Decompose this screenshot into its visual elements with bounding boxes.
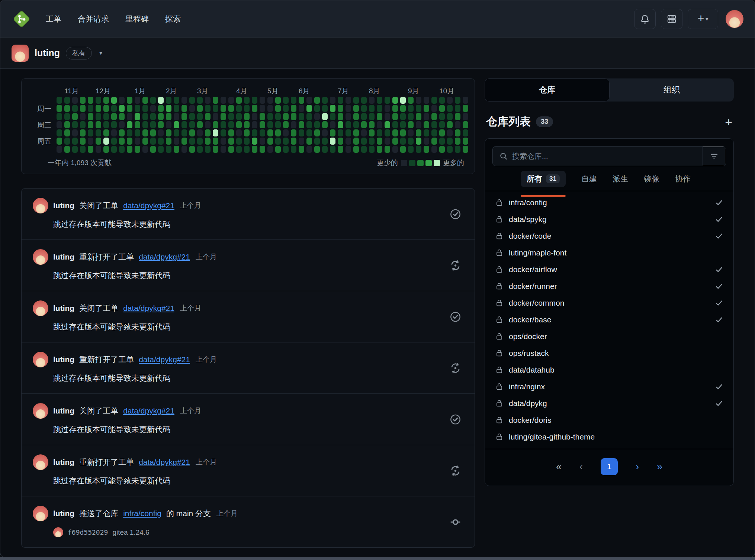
feed-avatar[interactable]	[33, 506, 48, 521]
feed-actor[interactable]: luting	[53, 458, 74, 467]
user-avatar[interactable]	[726, 10, 743, 28]
feed-target-link[interactable]: data/dpykg#21	[139, 355, 190, 364]
feed-avatar[interactable]	[33, 454, 48, 470]
feed-action-text: 推送了仓库	[79, 508, 118, 519]
repo-name: docker/common	[509, 299, 564, 308]
contribution-cell	[228, 146, 234, 153]
feed-avatar[interactable]	[33, 249, 48, 265]
sidebar-tab-0[interactable]: 仓库	[485, 78, 610, 102]
feed-item-body: 跳过存在版本可能导致未更新代码	[53, 322, 463, 332]
contribution-cell	[338, 97, 343, 104]
main-content: 11月12月1月2月3月4月5月6月7月8月9月10月 周一周三周五 一年内 1…	[0, 69, 755, 548]
nav-item-2[interactable]: 里程碑	[125, 14, 149, 24]
feed-actor[interactable]: luting	[53, 201, 74, 210]
feed-target-link[interactable]: infra/config	[123, 509, 161, 518]
contribution-cell	[103, 138, 109, 145]
repo-name: docker/doris	[509, 416, 551, 425]
repo-row-10[interactable]: data/datahub	[485, 361, 733, 378]
feed-target-link[interactable]: data/dpykg#21	[123, 406, 174, 415]
feed-target-link[interactable]: data/dpykg#21	[139, 252, 190, 261]
pagination-next-button[interactable]: ›	[636, 461, 639, 473]
repo-row-4[interactable]: docker/airflow	[485, 261, 733, 278]
repo-row-12[interactable]: data/dpykg	[485, 395, 733, 412]
pagination-prev-button[interactable]: ‹	[579, 461, 583, 473]
pagination-last-button[interactable]: »	[657, 461, 662, 473]
top-navbar: 工单合并请求里程碑探索	[0, 0, 755, 38]
contribution-cell	[400, 138, 406, 145]
contribution-cell	[291, 113, 296, 120]
contribution-cell	[57, 129, 62, 136]
contribution-cell	[283, 146, 289, 153]
commit-sha-link[interactable]: f69d552029	[68, 528, 108, 536]
repo-filter-tab-4[interactable]: 协作	[675, 174, 691, 184]
feed-avatar[interactable]	[33, 352, 48, 367]
sidebar-tab-1[interactable]: 组织	[610, 78, 734, 102]
nav-item-1[interactable]: 合并请求	[78, 14, 109, 24]
contribution-cell	[96, 113, 101, 120]
app-window: 工单合并请求里程碑探索	[0, 0, 755, 557]
feed-target-link[interactable]: data/dpykg#21	[123, 304, 174, 313]
contribution-cell	[111, 138, 117, 145]
contribution-cell	[135, 105, 140, 112]
repo-row-6[interactable]: docker/common	[485, 295, 733, 311]
repo-filter-button[interactable]	[703, 147, 726, 166]
contribution-cell	[267, 138, 273, 145]
feed-actor[interactable]: luting	[53, 406, 74, 415]
repo-filter-tab-3[interactable]: 镜像	[644, 174, 659, 184]
contribution-cell	[338, 113, 343, 120]
nav-item-0[interactable]: 工单	[46, 14, 61, 24]
feed-avatar[interactable]	[33, 403, 48, 419]
contribution-cell	[236, 97, 242, 104]
feed-avatar[interactable]	[33, 300, 48, 316]
feed-actor[interactable]: luting	[53, 304, 74, 313]
add-repo-button[interactable]: +	[725, 116, 732, 128]
repo-row-7[interactable]: docker/base	[485, 311, 733, 328]
contribution-cell	[119, 105, 125, 112]
repo-row-1[interactable]: data/spykg	[485, 211, 733, 228]
contribution-cell	[314, 113, 320, 120]
contribution-cell	[197, 97, 203, 104]
lock-icon	[495, 433, 503, 441]
repo-row-11[interactable]: infra/nginx	[485, 378, 733, 395]
repo-filter-tab-1[interactable]: 自建	[581, 174, 597, 184]
repo-filter-tab-0[interactable]: 所有31	[521, 171, 566, 187]
contribution-cell	[174, 138, 179, 145]
feed-target-link[interactable]: data/dpykg#21	[123, 201, 174, 210]
contribution-cell	[244, 121, 250, 128]
repo-filter-tab-2[interactable]: 派生	[613, 174, 628, 184]
nav-item-3[interactable]: 探索	[165, 14, 181, 24]
feed-target-link[interactable]: data/dpykg#21	[139, 458, 190, 467]
contribution-cell	[267, 121, 273, 128]
contribution-cell	[96, 129, 101, 136]
feed-avatar[interactable]	[33, 198, 48, 213]
heatmap-weekday-label: 周三	[37, 122, 51, 129]
contribution-cell	[330, 105, 335, 112]
repo-row-3[interactable]: luting/maple-font	[485, 244, 733, 261]
check-icon	[715, 215, 723, 223]
contribution-cell	[119, 113, 125, 120]
pagination-current-page[interactable]: 1	[601, 458, 618, 475]
feed-actor[interactable]: luting	[53, 355, 74, 364]
create-new-button[interactable]: + ▾	[688, 9, 718, 29]
lock-icon	[495, 366, 503, 374]
repo-name: ops/docker	[509, 332, 547, 341]
repo-row-13[interactable]: docker/doris	[485, 412, 733, 428]
repo-row-5[interactable]: docker/runner	[485, 278, 733, 295]
feed-actor[interactable]: luting	[53, 509, 74, 518]
feed-actor[interactable]: luting	[53, 252, 74, 261]
contribution-cell	[463, 97, 468, 104]
contribution-cell	[221, 138, 226, 145]
contribution-cell	[447, 97, 453, 104]
admin-panel-button[interactable]	[661, 9, 682, 29]
repo-row-14[interactable]: luting/gitea-github-theme	[485, 428, 733, 445]
contribution-cell	[213, 129, 218, 136]
notifications-button[interactable]	[634, 9, 656, 29]
profile-dropdown-caret[interactable]: ▾	[99, 49, 102, 57]
repo-row-9[interactable]: ops/rustack	[485, 345, 733, 361]
repo-row-8[interactable]: ops/docker	[485, 328, 733, 345]
pagination-first-button[interactable]: «	[556, 461, 562, 473]
repo-row-2[interactable]: docker/code	[485, 228, 733, 244]
gitea-logo[interactable]	[12, 9, 32, 29]
contribution-cell	[314, 97, 320, 104]
repo-search-input[interactable]	[512, 152, 696, 161]
